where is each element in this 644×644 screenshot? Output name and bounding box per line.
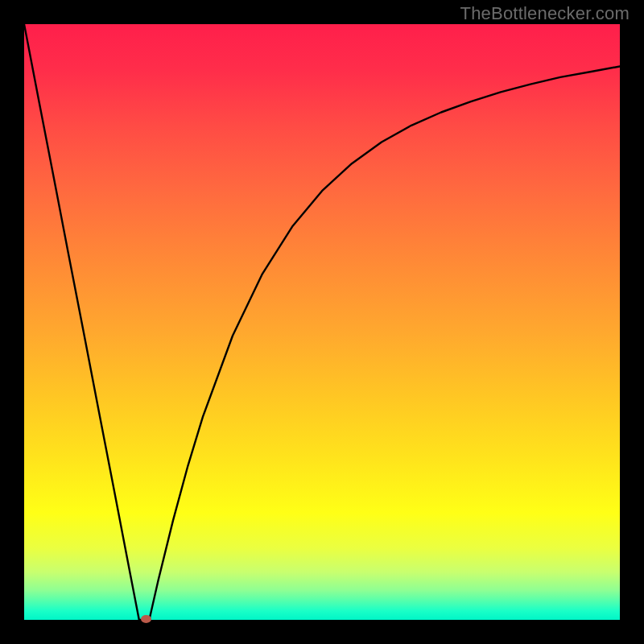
minimum-point-marker (141, 615, 151, 623)
bottleneck-curve (24, 24, 620, 620)
plot-area (24, 24, 620, 620)
watermark-text: TheBottlenecker.com (460, 3, 630, 24)
chart-frame: TheBottlenecker.com (0, 0, 644, 644)
